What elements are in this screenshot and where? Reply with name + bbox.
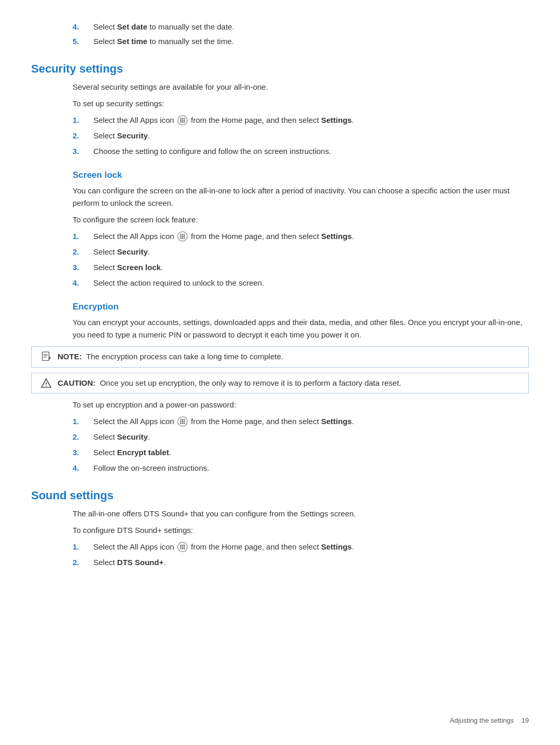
list-item: 5. Select Set time to manually set the t…	[73, 35, 529, 48]
svg-point-3	[184, 118, 185, 119]
caution-text: Once you set up encryption, the only way…	[100, 377, 401, 389]
list-item: 2. Select DTS Sound+.	[73, 556, 529, 569]
svg-point-14	[180, 236, 182, 237]
list-item-text: Select the All Apps icon from the Home p…	[93, 415, 354, 428]
list-item: 1. Select the All Apps icon from the Hom…	[73, 415, 529, 428]
list-number: 1.	[73, 541, 88, 553]
svg-point-1	[180, 118, 182, 119]
list-item-text: Select Set date to manually set the date…	[93, 21, 234, 33]
note-text: The encryption process can take a long t…	[86, 351, 283, 363]
list-item: 1. Select the All Apps icon from the Hom…	[73, 114, 529, 126]
svg-point-26	[46, 385, 47, 386]
list-item: 2. Select Security.	[73, 130, 529, 142]
svg-point-29	[182, 419, 184, 420]
caution-label: CAUTION:	[58, 377, 100, 389]
list-number: 1.	[73, 114, 88, 126]
list-number: 4.	[73, 277, 88, 289]
svg-point-32	[182, 421, 184, 423]
svg-point-34	[180, 423, 182, 424]
list-item: 3. Select Encrypt tablet.	[73, 446, 529, 459]
svg-rect-20	[43, 352, 49, 361]
security-settings-intro1: Several security settings are available …	[73, 81, 529, 93]
svg-point-17	[180, 237, 182, 239]
list-item: 3. Select Screen lock.	[73, 261, 529, 274]
list-item-text: Select Security.	[93, 246, 150, 258]
list-number: 1.	[73, 230, 88, 243]
all-apps-icon	[177, 542, 188, 552]
svg-point-36	[184, 423, 185, 424]
svg-point-45	[182, 548, 184, 550]
list-item: 2. Select Security.	[73, 431, 529, 443]
svg-point-33	[184, 421, 185, 423]
encryption-heading: Encryption	[73, 302, 529, 312]
svg-point-11	[180, 234, 182, 235]
list-item-text: Select Set time to manually set the time…	[93, 35, 234, 48]
svg-point-40	[184, 544, 185, 546]
note-document-icon	[40, 351, 52, 362]
list-item-text: Choose the setting to configure and foll…	[93, 145, 331, 158]
svg-point-18	[182, 237, 184, 239]
all-apps-icon	[177, 416, 188, 427]
svg-point-4	[180, 120, 182, 121]
list-number: 3.	[73, 446, 88, 459]
list-item: 4. Select Set date to manually set the d…	[73, 21, 529, 33]
svg-point-31	[180, 421, 182, 423]
security-settings-heading: Security settings	[31, 62, 529, 76]
list-number: 2.	[73, 130, 88, 142]
note-icon	[39, 351, 53, 362]
list-item-text: Select the All Apps icon from the Home p…	[93, 114, 354, 126]
list-item: 1. Select the All Apps icon from the Hom…	[73, 541, 529, 553]
all-apps-icon	[177, 231, 188, 242]
svg-point-6	[184, 120, 185, 121]
svg-point-2	[182, 118, 184, 119]
svg-point-16	[184, 236, 185, 237]
list-item: 1. Select the All Apps icon from the Hom…	[73, 230, 529, 243]
list-item-text: Select Screen lock.	[93, 261, 163, 274]
screen-lock-para2: To configure the screen lock feature:	[73, 214, 529, 226]
list-number: 5.	[73, 35, 88, 48]
svg-point-35	[182, 423, 184, 424]
svg-point-13	[184, 234, 185, 235]
warning-triangle-icon	[40, 377, 52, 389]
note-box: NOTE: The encryption process can take a …	[31, 346, 529, 368]
svg-point-28	[180, 419, 182, 420]
screen-lock-steps: 1. Select the All Apps icon from the Hom…	[73, 230, 529, 289]
sound-settings-para2: To configure DTS Sound+ settings:	[73, 524, 529, 537]
list-number: 4.	[73, 462, 88, 474]
top-numbered-list: 4. Select Set date to manually set the d…	[73, 21, 529, 48]
svg-point-38	[180, 544, 182, 546]
list-item-text: Select DTS Sound+.	[93, 556, 166, 569]
encryption-para2: To set up encryption and a power-on pass…	[73, 399, 529, 411]
footer: Adjusting the settings 19	[450, 716, 529, 724]
svg-point-41	[180, 546, 182, 548]
encryption-para1: You can encrypt your accounts, settings,…	[73, 316, 529, 341]
svg-point-8	[182, 121, 184, 123]
sound-settings-steps: 1. Select the All Apps icon from the Hom…	[73, 541, 529, 569]
svg-point-12	[182, 234, 184, 235]
list-number: 2.	[73, 556, 88, 569]
svg-point-46	[184, 548, 185, 550]
svg-point-7	[180, 121, 182, 123]
svg-point-44	[180, 548, 182, 550]
list-number: 3.	[73, 261, 88, 274]
all-apps-icon	[177, 115, 188, 125]
security-settings-steps: 1. Select the All Apps icon from the Hom…	[73, 114, 529, 158]
list-item-text: Select the All Apps icon from the Home p…	[93, 541, 354, 553]
list-number: 2.	[73, 246, 88, 258]
footer-text: Adjusting the settings	[450, 716, 514, 724]
footer-page: 19	[522, 716, 529, 724]
encryption-steps: 1. Select the All Apps icon from the Hom…	[73, 415, 529, 474]
svg-point-19	[184, 237, 185, 239]
svg-point-39	[182, 544, 184, 546]
svg-point-5	[182, 120, 184, 121]
svg-point-9	[184, 121, 185, 123]
list-item-text: Select Encrypt tablet.	[93, 446, 171, 459]
svg-point-42	[182, 546, 184, 548]
svg-point-15	[182, 236, 184, 237]
caution-icon	[39, 377, 53, 389]
svg-point-43	[184, 546, 185, 548]
list-number: 1.	[73, 415, 88, 428]
list-item-text: Select Security.	[93, 130, 150, 142]
sound-settings-para1: The all-in-one offers DTS Sound+ that yo…	[73, 508, 529, 520]
list-number: 3.	[73, 145, 88, 158]
